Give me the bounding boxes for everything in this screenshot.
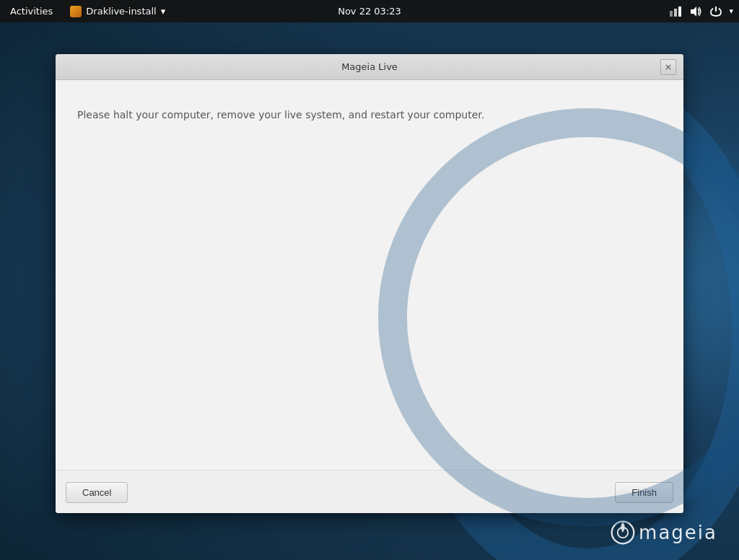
topbar: Activities Draklive-install ▾ Nov 22 03:… — [0, 0, 739, 22]
power-icon[interactable] — [709, 4, 723, 19]
topbar-datetime: Nov 22 03:23 — [338, 6, 401, 17]
svg-rect-2 — [678, 6, 681, 17]
svg-rect-0 — [670, 11, 673, 17]
cancel-button[interactable]: Cancel — [66, 482, 128, 503]
power-svg — [710, 6, 722, 17]
volume-svg — [689, 6, 702, 17]
dialog-overlay: Mageia Live × Please halt your computer,… — [0, 0, 739, 560]
dialog-footer: Cancel Finish — [56, 470, 683, 513]
finish-button[interactable]: Finish — [615, 482, 673, 503]
dialog-titlebar: Mageia Live × — [56, 54, 683, 80]
mageia-live-dialog: Mageia Live × Please halt your computer,… — [56, 54, 683, 513]
mageia-logo-text: mageia — [639, 522, 717, 543]
topbar-right: ▾ — [668, 4, 739, 19]
desktop: Activities Draklive-install ▾ Nov 22 03:… — [0, 0, 739, 560]
dialog-close-button[interactable]: × — [660, 59, 676, 75]
volume-icon[interactable] — [688, 4, 703, 19]
mageia-logo-icon — [610, 520, 636, 546]
power-menu-chevron[interactable]: ▾ — [729, 6, 733, 16]
dialog-spacer — [77, 135, 662, 448]
svg-rect-1 — [674, 9, 677, 17]
svg-marker-3 — [691, 6, 696, 17]
mageia-logo: mageia — [610, 520, 717, 546]
app-icon — [70, 6, 82, 17]
activities-button[interactable]: Activities — [0, 0, 63, 22]
dialog-title: Mageia Live — [341, 61, 398, 72]
topbar-left: Activities Draklive-install ▾ — [0, 0, 172, 22]
app-name-label: Draklive-install — [86, 6, 156, 17]
app-menu-chevron: ▾ — [161, 6, 166, 17]
dialog-content: Please halt your computer, remove your l… — [56, 80, 683, 470]
app-menu[interactable]: Draklive-install ▾ — [63, 0, 172, 22]
network-svg — [669, 6, 682, 17]
network-icon[interactable] — [668, 4, 683, 19]
dialog-message: Please halt your computer, remove your l… — [77, 109, 662, 121]
